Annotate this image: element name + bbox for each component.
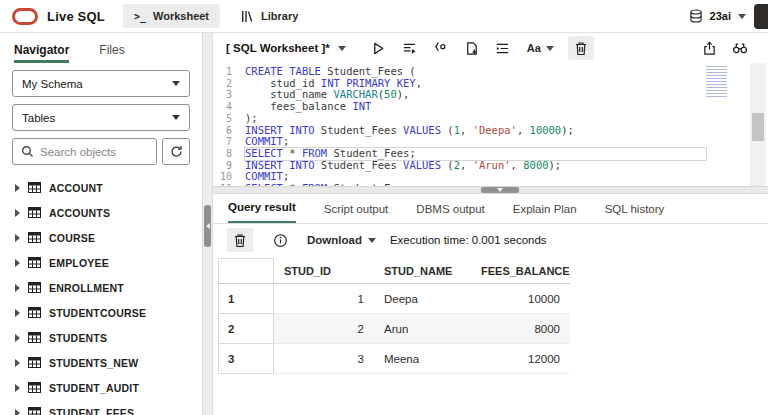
nav-item-worksheet[interactable]: >_ Worksheet xyxy=(123,4,220,28)
search-input[interactable]: Search objects xyxy=(12,138,157,165)
expand-caret-icon[interactable] xyxy=(15,209,20,217)
cell-stud-name: Deepa xyxy=(374,284,471,314)
db-version-label: 23ai xyxy=(710,10,731,22)
worksheet-title-dropdown[interactable]: [ SQL Worksheet ]* xyxy=(226,42,346,54)
line-number: 5 xyxy=(213,113,245,125)
worksheet-title: [ SQL Worksheet ]* xyxy=(226,42,330,54)
info-button[interactable] xyxy=(267,228,293,252)
line-number: 10 xyxy=(213,171,245,183)
editor-scrollbar[interactable] xyxy=(750,63,766,186)
sql-editor[interactable]: 1CREATE TABLE Student_Fees (2 stud_id IN… xyxy=(213,63,768,186)
tree-item-student_fees[interactable]: STUDENT_FEES xyxy=(0,400,202,415)
results-tab-query-result[interactable]: Query result xyxy=(228,201,296,223)
tree-item-student_audit[interactable]: STUDENT_AUDIT xyxy=(0,375,202,400)
table-icon xyxy=(28,257,41,268)
navigator-panel: Navigator Files My Schema Tables Search … xyxy=(0,33,202,415)
run-button[interactable] xyxy=(366,36,392,60)
expand-caret-icon[interactable] xyxy=(15,234,20,242)
clear-worksheet-button[interactable] xyxy=(568,36,594,60)
tree-item-studentcourse[interactable]: STUDENTCOURSE xyxy=(0,300,202,325)
code-token: Student_Fees xyxy=(315,159,404,171)
format-button[interactable] xyxy=(490,36,516,60)
line-number: 4 xyxy=(213,101,245,113)
code-token: FROM xyxy=(302,147,327,159)
download-button[interactable]: Download xyxy=(307,234,376,246)
splitter-handle[interactable] xyxy=(481,187,519,193)
tab-files[interactable]: Files xyxy=(99,43,124,63)
cell-stud-name: Meena xyxy=(374,344,471,374)
splitter-handle[interactable] xyxy=(204,205,211,247)
panel-splitter-vertical[interactable] xyxy=(202,33,213,415)
refresh-button[interactable] xyxy=(162,138,190,165)
code-token: 'Arun' xyxy=(473,159,511,171)
expand-caret-icon[interactable] xyxy=(15,384,20,392)
search-placeholder: Search objects xyxy=(40,146,116,158)
find-button[interactable] xyxy=(727,36,753,60)
table-name-label: STUDENTS_NEW xyxy=(49,357,138,369)
code-token: SELECT xyxy=(245,147,283,159)
document-arrow-button[interactable] xyxy=(459,36,485,60)
font-size-button[interactable]: Aa xyxy=(521,42,560,54)
nav-item-library[interactable]: Library xyxy=(230,4,309,28)
code-token: stud_name xyxy=(245,88,334,100)
line-number: 8 xyxy=(213,148,245,160)
tree-item-accounts[interactable]: ACCOUNTS xyxy=(0,200,202,225)
expand-caret-icon[interactable] xyxy=(15,409,20,415)
tree-item-students_new[interactable]: STUDENTS_NEW xyxy=(0,350,202,375)
results-tab-explain-plan[interactable]: Explain Plan xyxy=(513,203,577,223)
table-icon xyxy=(28,282,41,293)
tab-navigator[interactable]: Navigator xyxy=(14,43,69,63)
expand-caret-icon[interactable] xyxy=(15,359,20,367)
panel-splitter-horizontal[interactable] xyxy=(213,186,768,194)
code-text: fees_balance INT xyxy=(245,101,706,113)
user-avatar[interactable] xyxy=(754,4,768,29)
editor-minimap[interactable] xyxy=(706,66,744,97)
results-tab-script-output[interactable]: Script output xyxy=(324,203,389,223)
code-token: Student_Fees xyxy=(315,124,404,136)
results-tabs: Query resultScript outputDBMS outputExpl… xyxy=(213,194,768,224)
scrollbar-thumb[interactable] xyxy=(752,113,764,141)
object-type-select[interactable]: Tables xyxy=(12,104,190,131)
table-row[interactable]: 22Arun8000 xyxy=(218,314,570,344)
results-tab-dbms-output[interactable]: DBMS output xyxy=(416,203,484,223)
table-name-label: EMPLOYEE xyxy=(49,257,109,269)
table-icon xyxy=(28,207,41,218)
code-text: INSERT INTO Student_Fees VALUES (1, 'Dee… xyxy=(245,125,706,137)
explain-plan-button[interactable] xyxy=(428,36,454,60)
clear-results-button[interactable] xyxy=(227,228,253,252)
tree-item-enrollment[interactable]: ENROLLMENT xyxy=(0,275,202,300)
tree-item-employee[interactable]: EMPLOYEE xyxy=(0,250,202,275)
oracle-logo-icon xyxy=(12,8,38,25)
tree-item-students[interactable]: STUDENTS xyxy=(0,325,202,350)
tree-item-account[interactable]: ACCOUNT xyxy=(0,175,202,200)
code-line[interactable]: 6INSERT INTO Student_Fees VALUES (1, 'De… xyxy=(213,125,768,137)
line-number: 2 xyxy=(213,78,245,90)
expand-caret-icon[interactable] xyxy=(15,309,20,317)
code-token: , xyxy=(517,124,530,136)
table-name-label: STUDENTCOURSE xyxy=(49,307,146,319)
expand-caret-icon[interactable] xyxy=(15,334,20,342)
share-button[interactable] xyxy=(696,36,722,60)
results-tab-sql-history[interactable]: SQL history xyxy=(605,203,665,223)
code-token: * xyxy=(283,147,302,159)
code-token: ( xyxy=(441,159,454,171)
table-row[interactable]: 11Deepa10000 xyxy=(218,284,570,314)
run-script-button[interactable] xyxy=(397,36,423,60)
table-row[interactable]: 33Meena12000 xyxy=(218,344,570,374)
code-token: Student_Fees ( xyxy=(321,65,416,77)
expand-caret-icon[interactable] xyxy=(15,259,20,267)
cell-fees-balance: 8000 xyxy=(471,314,570,344)
code-token: 10000 xyxy=(530,124,562,136)
tree-item-course[interactable]: COURSE xyxy=(0,225,202,250)
code-token: ( xyxy=(441,124,454,136)
code-line[interactable]: 9INSERT INTO Student_Fees VALUES (2, 'Ar… xyxy=(213,160,768,172)
table-icon xyxy=(28,307,41,318)
schema-select[interactable]: My Schema xyxy=(12,70,190,97)
expand-caret-icon[interactable] xyxy=(15,284,20,292)
code-line[interactable]: 4 fees_balance INT xyxy=(213,101,768,113)
code-token: CREATE TABLE xyxy=(245,65,321,77)
library-icon xyxy=(241,10,254,23)
expand-caret-icon[interactable] xyxy=(15,184,20,192)
font-size-label: Aa xyxy=(527,42,541,54)
db-version-caret-icon[interactable] xyxy=(738,14,746,19)
